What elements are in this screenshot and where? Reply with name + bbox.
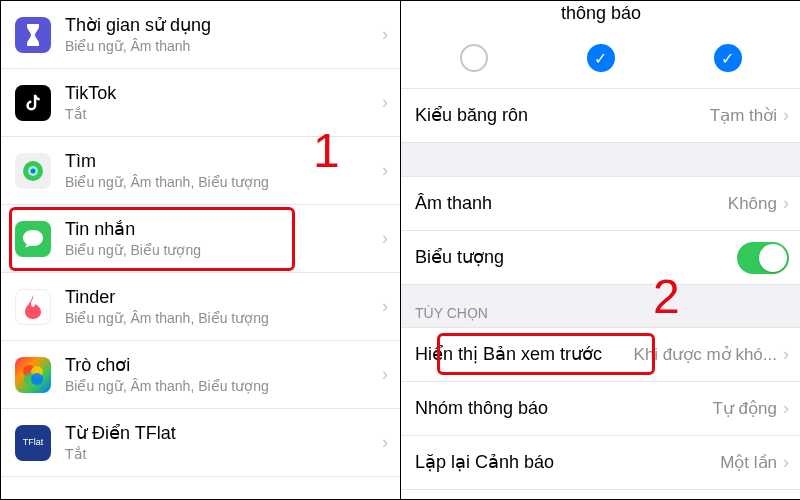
chevron-right-icon: › <box>382 296 388 317</box>
options-header: TÙY CHỌN <box>401 285 800 328</box>
alert-styles-row: ✓ ✓ <box>401 30 800 89</box>
chevron-right-icon: › <box>382 24 388 45</box>
alert-style-option-3[interactable]: ✓ <box>714 44 742 72</box>
group-value: Tự động <box>713 398 777 419</box>
gamecenter-icon <box>15 357 51 393</box>
chevron-right-icon: › <box>783 398 789 419</box>
banner-style-value: Tạm thời <box>710 105 777 126</box>
tinder-icon <box>15 289 51 325</box>
repeat-value: Một lần <box>720 452 777 473</box>
notification-settings: thông báo ✓ ✓ Kiểu băng rôn Tạm thời › Â… <box>401 1 800 499</box>
page-title: thông báo <box>401 1 800 30</box>
app-title: TikTok <box>65 83 376 105</box>
chevron-right-icon: › <box>783 452 789 473</box>
chevron-right-icon: › <box>783 193 789 214</box>
tiktok-icon <box>15 85 51 121</box>
app-title: Tìm <box>65 151 376 173</box>
row-tiktok[interactable]: TikTok Tắt › <box>1 69 400 137</box>
row-tinder[interactable]: Tinder Biểu ngữ, Âm thanh, Biểu tượng › <box>1 273 400 341</box>
badge-label: Biểu tượng <box>415 247 737 269</box>
app-title: Tinder <box>65 287 376 309</box>
alert-style-option-2[interactable]: ✓ <box>587 44 615 72</box>
banner-style-label: Kiểu băng rôn <box>415 105 704 127</box>
hourglass-icon <box>15 17 51 53</box>
tflat-icon: TFlat <box>15 425 51 461</box>
chevron-right-icon: › <box>783 105 789 126</box>
row-sound[interactable]: Âm thanh Không › <box>401 177 800 231</box>
svg-point-2 <box>31 168 36 173</box>
section-gap <box>401 143 800 177</box>
chevron-right-icon: › <box>382 92 388 113</box>
repeat-label: Lặp lại Cảnh báo <box>415 452 714 474</box>
app-title: Từ Điển TFlat <box>65 423 376 445</box>
chevron-right-icon: › <box>382 432 388 453</box>
chevron-right-icon: › <box>783 344 789 365</box>
app-sub: Tắt <box>65 106 376 122</box>
alert-style-option-1[interactable] <box>460 44 488 72</box>
app-title: Tin nhắn <box>65 219 376 241</box>
row-badge[interactable]: Biểu tượng <box>401 231 800 285</box>
app-sub: Biểu ngữ, Âm thanh, Biểu tượng <box>65 310 376 326</box>
svg-point-6 <box>31 373 43 385</box>
app-sub: Tắt <box>65 446 376 462</box>
chevron-right-icon: › <box>382 228 388 249</box>
sound-label: Âm thanh <box>415 193 722 215</box>
chevron-right-icon: › <box>382 160 388 181</box>
row-screentime[interactable]: Thời gian sử dụng Biểu ngữ, Âm thanh › <box>1 1 400 69</box>
app-sub: Biểu ngữ, Âm thanh, Biểu tượng <box>65 378 376 394</box>
settings-app-list: Thời gian sử dụng Biểu ngữ, Âm thanh › T… <box>1 1 401 499</box>
row-tflat[interactable]: TFlat Từ Điển TFlat Tắt › <box>1 409 400 477</box>
row-banner-style[interactable]: Kiểu băng rôn Tạm thời › <box>401 89 800 143</box>
badge-toggle[interactable] <box>737 242 789 274</box>
row-group[interactable]: Nhóm thông báo Tự động › <box>401 382 800 436</box>
row-repeat[interactable]: Lặp lại Cảnh báo Một lần › <box>401 436 800 490</box>
group-label: Nhóm thông báo <box>415 398 707 420</box>
row-preview[interactable]: Hiển thị Bản xem trước Khi được mở khó..… <box>401 328 800 382</box>
sound-value: Không <box>728 194 777 214</box>
preview-value: Khi được mở khó... <box>634 344 777 365</box>
preview-label: Hiển thị Bản xem trước <box>415 344 628 366</box>
row-find[interactable]: Tìm Biểu ngữ, Âm thanh, Biểu tượng › <box>1 137 400 205</box>
app-sub: Biểu ngữ, Âm thanh, Biểu tượng <box>65 174 376 190</box>
findmy-icon <box>15 153 51 189</box>
chevron-right-icon: › <box>382 364 388 385</box>
app-sub: Biểu ngữ, Âm thanh <box>65 38 376 54</box>
messages-icon <box>15 221 51 257</box>
row-messages[interactable]: Tin nhắn Biểu ngữ, Biểu tượng › <box>1 205 400 273</box>
app-title: Thời gian sử dụng <box>65 15 376 37</box>
row-games[interactable]: Trò chơi Biểu ngữ, Âm thanh, Biểu tượng … <box>1 341 400 409</box>
app-title: Trò chơi <box>65 355 376 377</box>
app-sub: Biểu ngữ, Biểu tượng <box>65 242 376 258</box>
